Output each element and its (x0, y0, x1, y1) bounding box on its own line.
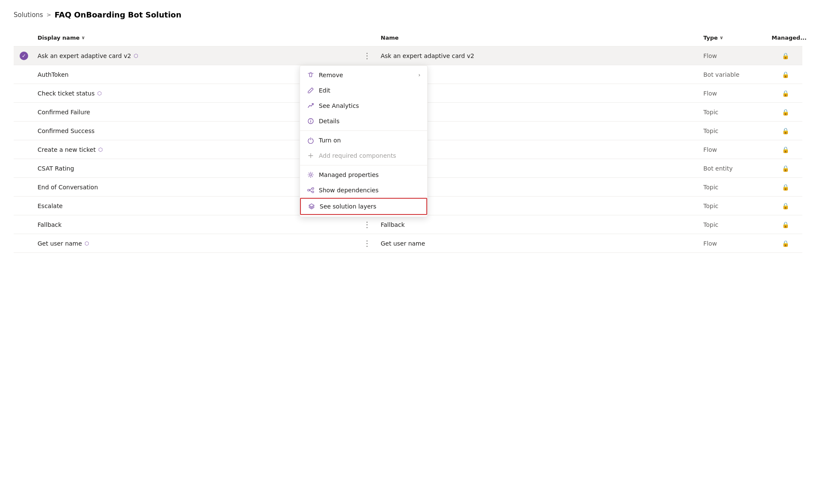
col-check (14, 33, 34, 43)
menu-item-see-solution-layers[interactable]: See solution layers (300, 198, 427, 215)
row-lock-cell: 🔒 (768, 182, 802, 192)
row-check-cell (14, 204, 34, 208)
external-link-icon[interactable]: ⬡ (97, 90, 102, 96)
col-type-label: Type (703, 35, 718, 41)
analytics-icon (307, 102, 315, 110)
menu-item-turn-on[interactable]: Turn on (300, 133, 427, 148)
menu-item-show-dependencies[interactable]: Show dependencies (300, 182, 427, 198)
row-display-name: End of Conversation (38, 184, 98, 191)
svg-line-10 (309, 190, 312, 192)
row-display-name-cell: Get user name ⬡ (34, 237, 357, 250)
row-check-cell (14, 92, 34, 95)
plus-icon (307, 152, 315, 159)
row-menu-button[interactable]: ⋮ (357, 218, 377, 231)
menu-divider-2 (300, 165, 427, 165)
type-sort-icon[interactable]: ∨ (720, 35, 723, 41)
submenu-arrow-icon: › (418, 72, 420, 78)
row-lock-cell: 🔒 (768, 220, 802, 230)
dependencies-icon (307, 186, 315, 194)
col-menu (357, 33, 377, 43)
row-type-cell: Topic (700, 199, 768, 213)
menu-item-managed-label: Managed properties (319, 171, 420, 178)
breadcrumb-parent[interactable]: Solutions (14, 11, 43, 19)
menu-item-turn-on-label: Turn on (319, 137, 420, 144)
external-link-icon[interactable]: ⬡ (85, 240, 89, 246)
menu-item-edit[interactable]: Edit (300, 83, 427, 98)
row-check-cell (14, 185, 34, 189)
col-display-name[interactable]: Display name ∨ (34, 33, 357, 43)
menu-item-see-analytics[interactable]: See Analytics (300, 98, 427, 113)
col-name: Name (377, 33, 700, 43)
external-link-icon[interactable]: ⬡ (134, 53, 138, 59)
svg-rect-7 (312, 188, 314, 189)
svg-point-5 (310, 174, 312, 176)
row-check-cell (14, 73, 34, 76)
row-display-name: Escalate (38, 203, 63, 209)
row-type-cell: Flow (700, 143, 768, 156)
menu-item-details[interactable]: Details (300, 113, 427, 129)
row-type-cell: Flow (700, 87, 768, 100)
row-lock-cell: 🔒 (768, 163, 802, 174)
row-type-cell: Flow (700, 49, 768, 63)
row-name-cell: Get user name (377, 237, 700, 250)
row-check-cell (14, 167, 34, 170)
svg-marker-11 (309, 204, 314, 207)
page-container: Solutions > FAQ OnBoarding Bot Solution … (0, 0, 816, 263)
row-display-name: Ask an expert adaptive card v2 (38, 52, 131, 59)
row-type-cell: Bot entity (700, 162, 768, 175)
row-check-cell (14, 129, 34, 133)
row-display-name: AuthToken (38, 71, 69, 78)
row-name-cell: Ask an expert adaptive card v2 (377, 49, 700, 63)
table-row: Fallback ⋮ Fallback Topic 🔒 (14, 215, 802, 234)
menu-item-remove[interactable]: Remove › (300, 67, 427, 83)
row-check-cell (14, 148, 34, 151)
menu-item-managed-properties[interactable]: Managed properties (300, 167, 427, 182)
external-link-icon[interactable]: ⬡ (98, 147, 102, 153)
menu-item-details-label: Details (319, 118, 420, 125)
row-type-cell: Flow (700, 237, 768, 250)
row-display-name-cell: Fallback (34, 218, 357, 232)
row-lock-cell: 🔒 (768, 201, 802, 211)
context-menu: Remove › Edit (300, 65, 428, 217)
svg-rect-6 (308, 189, 309, 191)
row-check-cell: ✓ (14, 50, 34, 62)
row-lock-cell: 🔒 (768, 88, 802, 98)
row-check-cell (14, 223, 34, 226)
menu-item-layers-label: See solution layers (320, 203, 420, 210)
row-display-name: Confirmed Success (38, 127, 95, 134)
row-display-name-cell: Ask an expert adaptive card v2 ⬡ (34, 49, 357, 63)
menu-item-dependencies-label: Show dependencies (319, 187, 420, 194)
col-display-name-label: Display name (38, 35, 80, 41)
row-lock-cell: 🔒 (768, 70, 802, 80)
breadcrumb: Solutions > FAQ OnBoarding Bot Solution (14, 10, 802, 19)
row-display-name: Confirmed Failure (38, 109, 90, 116)
row-type-cell: Topic (700, 124, 768, 138)
row-type-cell: Bot variable (700, 68, 768, 81)
row-type-cell: Topic (700, 218, 768, 232)
row-menu-button[interactable]: ⋮ (357, 237, 377, 249)
svg-point-2 (310, 119, 311, 120)
row-type-cell: Topic (700, 105, 768, 119)
col-type[interactable]: Type ∨ (700, 33, 768, 43)
col-name-label: Name (381, 35, 399, 41)
col-managed: Managed... (768, 33, 802, 43)
row-menu-button[interactable]: ⋮ (357, 49, 377, 62)
breadcrumb-current: FAQ OnBoarding Bot Solution (55, 10, 181, 19)
display-name-sort-icon[interactable]: ∨ (82, 35, 85, 41)
menu-item-add-required[interactable]: Add required components (300, 148, 427, 163)
table-row: ✓ Ask an expert adaptive card v2 ⬡ ⋮ Ask… (14, 46, 802, 65)
row-name-cell: Fallback (377, 218, 700, 232)
row-display-name: Get user name (38, 240, 82, 247)
menu-item-analytics-label: See Analytics (319, 102, 420, 109)
row-lock-cell: 🔒 (768, 238, 802, 249)
svg-line-9 (309, 188, 312, 190)
edit-icon (307, 87, 315, 94)
trash-icon (307, 71, 315, 79)
row-display-name: Create a new ticket (38, 146, 96, 153)
info-icon (307, 117, 315, 125)
row-lock-cell: 🔒 (768, 107, 802, 117)
check-icon: ✓ (20, 52, 28, 60)
table-header: Display name ∨ Name Type ∨ Managed... (14, 29, 802, 46)
breadcrumb-separator: > (47, 12, 51, 18)
row-check-cell (14, 110, 34, 114)
